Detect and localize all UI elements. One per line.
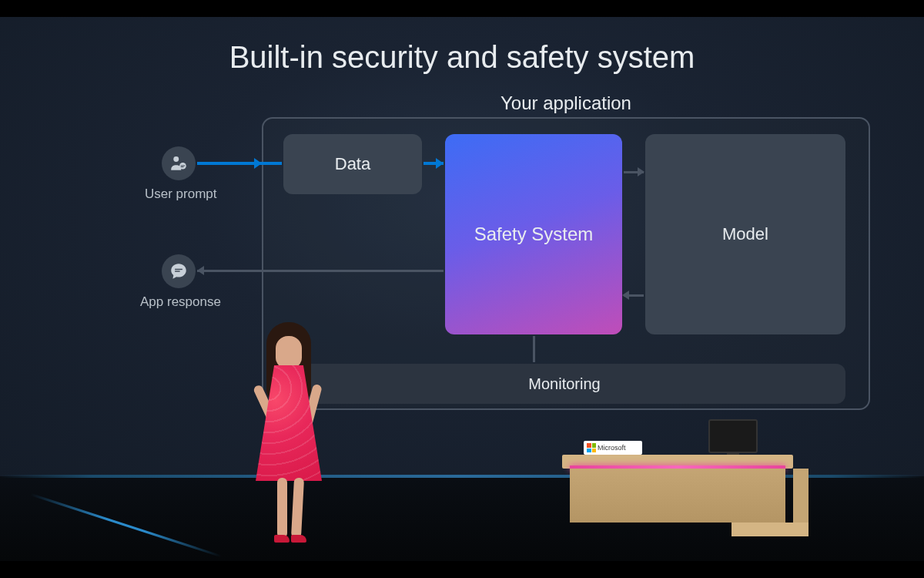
arrow-user-to-data [197, 162, 282, 165]
desk-foot [732, 523, 808, 536]
letterbox-bottom [0, 561, 924, 578]
svg-rect-4 [175, 269, 182, 270]
svg-rect-2 [181, 165, 185, 166]
arrow-head-icon [622, 291, 629, 300]
arrow-safety-to-monitoring [533, 336, 535, 362]
presenter-shoe [291, 535, 306, 543]
model-box: Model [645, 134, 845, 334]
arrow-head-icon [197, 266, 204, 275]
microsoft-logo-text: Microsoft [598, 444, 626, 452]
chat-bubble-icon [169, 261, 189, 281]
microsoft-logo-icon [587, 443, 596, 452]
arrow-head-icon [436, 158, 444, 169]
user-prompt-label: User prompt [145, 187, 217, 202]
user-prompt-icon [162, 146, 196, 180]
presentation-screen: Built-in security and safety system Your… [0, 17, 924, 476]
slide-title: Built-in security and safety system [0, 40, 924, 75]
presenter-dress [256, 365, 322, 481]
desk-monitor [708, 419, 758, 453]
presenter-leg [277, 478, 287, 538]
safety-system-box: Safety System [445, 134, 622, 334]
monitoring-box: Monitoring [283, 364, 845, 404]
presenter-leg [291, 478, 304, 539]
svg-rect-5 [175, 271, 180, 271]
svg-point-0 [173, 156, 179, 162]
presenter-desk: Microsoft [562, 432, 816, 559]
presenter-figure [239, 322, 339, 553]
data-box: Data [283, 134, 422, 194]
arrow-safety-to-response [197, 270, 444, 272]
desk-front [570, 469, 785, 523]
presenter-shoe [274, 535, 290, 543]
svg-rect-3 [181, 166, 184, 167]
presenter-face [276, 336, 302, 368]
letterbox-top [0, 0, 924, 17]
arrow-head-icon [638, 167, 644, 176]
user-chat-icon [169, 153, 189, 173]
app-response-label: App response [140, 294, 221, 310]
application-frame-label: Your application [263, 92, 869, 114]
app-response-icon [162, 254, 196, 288]
arrow-head-icon [254, 158, 262, 169]
